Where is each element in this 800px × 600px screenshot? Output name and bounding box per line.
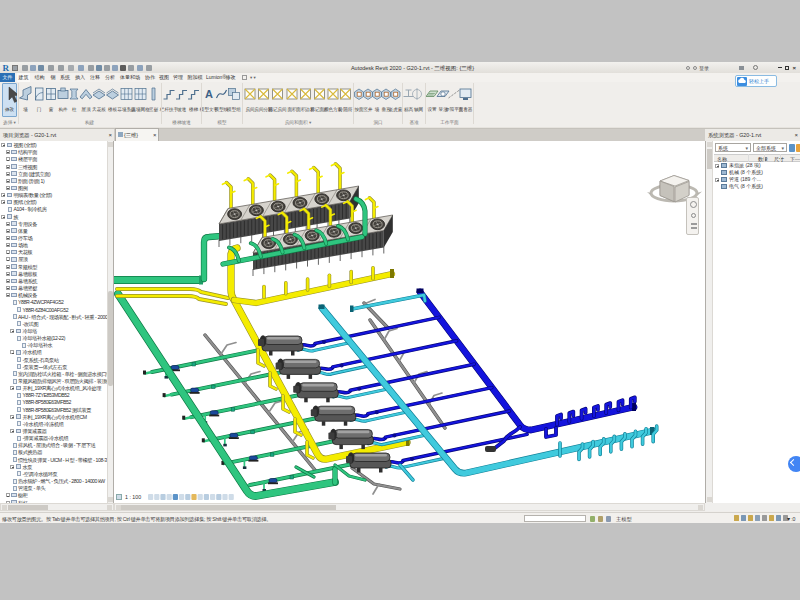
svg-text:A: A — [205, 88, 213, 100]
